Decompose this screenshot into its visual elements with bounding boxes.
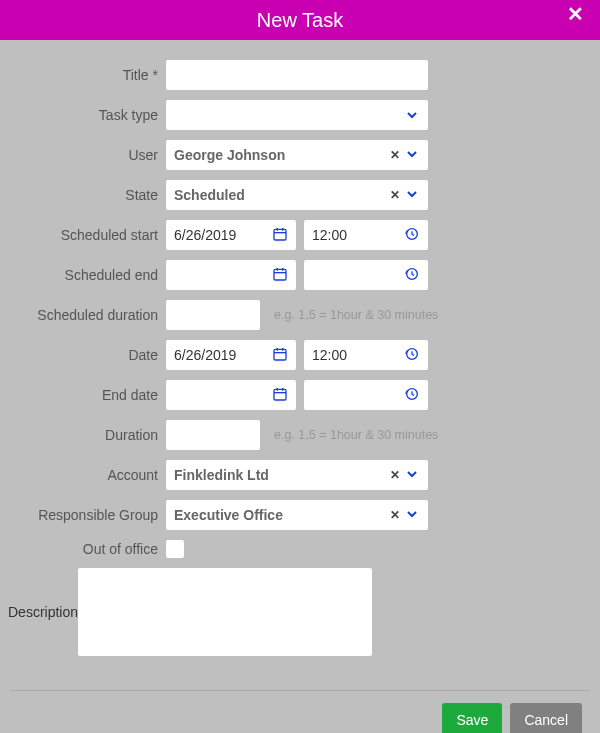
scheduled-start-time-input[interactable]: 12:00 [304, 220, 428, 250]
form-body: Title * Task type User George Johnson ✕ [0, 40, 600, 674]
chevron-down-icon [404, 466, 420, 485]
label-account: Account [8, 467, 166, 483]
chevron-down-icon [404, 146, 420, 165]
calendar-icon [272, 346, 288, 365]
label-end-date: End date [8, 387, 166, 403]
state-select[interactable]: Scheduled ✕ [166, 180, 428, 210]
duration-hint: e.g. 1,5 = 1hour & 30 minutes [274, 308, 438, 322]
dialog-footer: Save Cancel [0, 703, 600, 733]
chevron-down-icon [404, 506, 420, 525]
title-input[interactable] [166, 60, 428, 90]
label-responsible-group: Responsible Group [8, 507, 166, 523]
date-time-input[interactable]: 12:00 [304, 340, 428, 370]
end-date-input[interactable] [166, 380, 296, 410]
dialog-title: New Task [257, 9, 343, 32]
clock-icon [404, 226, 420, 245]
clear-icon[interactable]: ✕ [390, 468, 400, 482]
cancel-button[interactable]: Cancel [510, 703, 582, 733]
label-state: State [8, 187, 166, 203]
label-scheduled-end: Scheduled end [8, 267, 166, 283]
chevron-down-icon [404, 186, 420, 205]
out-of-office-checkbox[interactable] [166, 540, 184, 558]
label-duration: Duration [8, 427, 166, 443]
chevron-down-icon [404, 107, 420, 123]
scheduled-end-date-input[interactable] [166, 260, 296, 290]
label-user: User [8, 147, 166, 163]
label-date: Date [8, 347, 166, 363]
user-select[interactable]: George Johnson ✕ [166, 140, 428, 170]
scheduled-duration-input[interactable] [166, 300, 260, 330]
dialog-header: New Task ✕ [0, 0, 600, 40]
calendar-icon [272, 386, 288, 405]
clock-icon [404, 386, 420, 405]
divider [10, 690, 590, 691]
task-type-select[interactable] [166, 100, 428, 130]
svg-rect-5 [274, 269, 286, 280]
label-task-type: Task type [8, 107, 166, 123]
save-button[interactable]: Save [442, 703, 502, 733]
clock-icon [404, 266, 420, 285]
label-title: Title * [8, 67, 166, 83]
duration-hint-2: e.g. 1,5 = 1hour & 30 minutes [274, 428, 438, 442]
account-select[interactable]: Finkledink Ltd ✕ [166, 460, 428, 490]
calendar-icon [272, 226, 288, 245]
label-scheduled-start: Scheduled start [8, 227, 166, 243]
description-textarea[interactable] [78, 568, 372, 656]
close-icon[interactable]: ✕ [567, 4, 584, 24]
date-input[interactable]: 6/26/2019 [166, 340, 296, 370]
label-description: Description [8, 604, 78, 620]
label-scheduled-duration: Scheduled duration [8, 307, 166, 323]
svg-rect-15 [274, 389, 286, 400]
duration-input[interactable] [166, 420, 260, 450]
clock-icon [404, 346, 420, 365]
svg-rect-0 [274, 229, 286, 240]
end-date-time-input[interactable] [304, 380, 428, 410]
calendar-icon [272, 266, 288, 285]
clear-icon[interactable]: ✕ [390, 148, 400, 162]
label-out-of-office: Out of office [8, 541, 166, 557]
svg-rect-10 [274, 349, 286, 360]
clear-icon[interactable]: ✕ [390, 188, 400, 202]
scheduled-start-date-input[interactable]: 6/26/2019 [166, 220, 296, 250]
responsible-group-select[interactable]: Executive Office ✕ [166, 500, 428, 530]
clear-icon[interactable]: ✕ [390, 508, 400, 522]
scheduled-end-time-input[interactable] [304, 260, 428, 290]
